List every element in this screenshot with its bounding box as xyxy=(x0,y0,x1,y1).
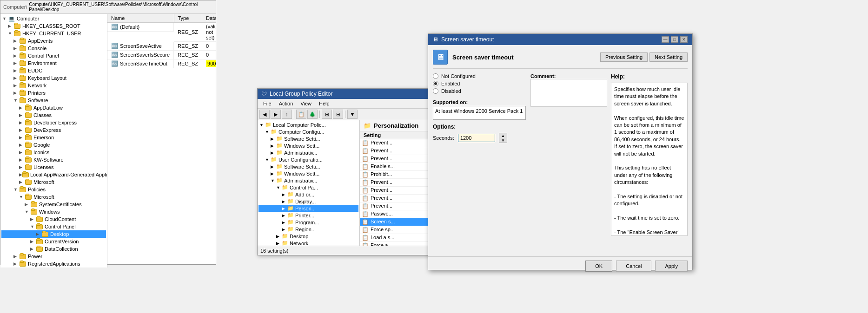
sst-close-btn[interactable]: ✕ xyxy=(680,36,688,43)
radio-circle-notconfigured[interactable] xyxy=(433,73,438,79)
gpo-tree-item[interactable]: ▶📁Person... xyxy=(258,205,358,212)
tree-label: DataCollection xyxy=(45,246,78,252)
seconds-spinner[interactable]: ▲ ▼ xyxy=(499,133,507,143)
reg-data-cell: 0 xyxy=(202,51,216,59)
tree-item[interactable]: ▶Developer Express xyxy=(1,119,106,126)
toolbar-help[interactable]: ⊟ xyxy=(333,110,343,119)
gpo-tree-item[interactable]: ▼📁User Configuratio... xyxy=(258,156,358,163)
regedit-window: Computer\ Computer\HKEY_CURRENT_USER\Sof… xyxy=(0,0,216,265)
gpo-tree-item[interactable]: ▼📁Administrativ... xyxy=(258,177,358,184)
tree-item[interactable]: ▼Control Panel xyxy=(1,223,106,230)
spin-down-btn[interactable]: ▼ xyxy=(499,138,507,143)
tree-item[interactable]: ▶Control Panel xyxy=(1,52,106,59)
gpo-tree-item[interactable]: ▶📁Display... xyxy=(258,198,358,205)
tree-item[interactable]: ▶Console xyxy=(1,45,106,52)
gpo-tree-item[interactable]: ▶📁Add or... xyxy=(258,191,358,198)
menu-view[interactable]: View xyxy=(297,100,315,107)
tree-item[interactable]: ▶Power xyxy=(1,253,106,260)
sst-maximize-btn[interactable]: □ xyxy=(671,36,678,43)
tree-item[interactable]: ▶RegisteredApplications xyxy=(1,260,106,267)
tree-item[interactable]: ▶HKEY_CLASSES_ROOT xyxy=(1,22,106,30)
tree-item[interactable]: ▶Iconics xyxy=(1,149,106,156)
radio-circle-enabled[interactable] xyxy=(433,81,438,86)
gpo-tree-item[interactable]: ▶📁Administrativ... xyxy=(258,149,358,156)
next-setting-btn[interactable]: Next Setting xyxy=(649,52,688,62)
tree-item[interactable]: ▶CurrentVersion xyxy=(1,238,106,245)
tree-item[interactable]: ▶DevExpress xyxy=(1,126,106,134)
tree-item[interactable]: ▶EUDC xyxy=(1,67,106,74)
gpo-tree-item[interactable]: ▶📁Region... xyxy=(258,226,358,233)
spin-up-btn[interactable]: ▲ xyxy=(499,133,507,138)
tree-arrow: ▶ xyxy=(13,39,19,43)
registry-value-row[interactable]: 🔤(Default)REG_SZ(value not set) xyxy=(107,23,216,42)
tree-item[interactable]: ▼Policies xyxy=(1,186,106,193)
sst-minimize-btn[interactable]: — xyxy=(662,36,669,43)
registry-value-row[interactable]: 🔤ScreenSaveTimeOutREG_SZ900 xyxy=(107,59,216,68)
tree-item[interactable]: ▶Google xyxy=(1,141,106,149)
ok-btn[interactable]: OK xyxy=(585,261,612,272)
tree-item[interactable]: ▶Environment xyxy=(1,59,106,67)
radio-not-configured[interactable]: Not Configured xyxy=(433,73,526,79)
gpo-tree-item[interactable]: ▼📁Control Pa... xyxy=(258,184,358,191)
gpo-tree-item[interactable]: ▶📁Program... xyxy=(258,219,358,226)
gpo-tree-item[interactable]: ▶📁Software Setti... xyxy=(258,163,358,170)
reg-data-cell: 0 xyxy=(202,42,216,51)
tree-item[interactable]: ▶Microsoft xyxy=(1,178,106,186)
radio-enabled[interactable]: Enabled xyxy=(433,81,526,86)
tree-item[interactable]: ▶KW-Software xyxy=(1,156,106,163)
tree-arrow: ▶ xyxy=(19,180,25,184)
toolbar-filter[interactable]: ⊞ xyxy=(322,110,332,119)
radio-circle-disabled[interactable] xyxy=(433,88,438,94)
gpo-tree-item[interactable]: ▶📁Windows Sett... xyxy=(258,142,358,149)
tree-item[interactable]: ▶CloudContent xyxy=(1,215,106,223)
tree-item[interactable]: ▶DataCollection xyxy=(1,245,106,253)
toolbar-show-hide[interactable]: 📋 xyxy=(296,110,306,119)
gpo-folder-icon: 📁 xyxy=(271,156,277,163)
tree-item[interactable]: ▶Desktop xyxy=(1,230,106,238)
toolbar-back[interactable]: ◀ xyxy=(259,110,270,119)
apply-btn[interactable]: Apply xyxy=(655,261,688,272)
toolbar-forward[interactable]: ▶ xyxy=(271,110,281,119)
reg-value-icon: 🔤 xyxy=(111,60,118,67)
sst-title-buttons[interactable]: — □ ✕ xyxy=(662,36,688,43)
tree-item[interactable]: ▶Licenses xyxy=(1,163,106,171)
comment-textarea[interactable] xyxy=(530,79,607,107)
gpo-tree-item[interactable]: ▼📁Local Computer Polic... xyxy=(258,121,358,128)
tree-item[interactable]: ▶AppDataLow xyxy=(1,104,106,111)
tree-item[interactable]: ▶Local AppWizard-Generated Applications xyxy=(1,171,106,178)
tree-item[interactable]: ▶Printers xyxy=(1,89,106,97)
gpo-tree-item[interactable]: ▶📁Software Setti... xyxy=(258,135,358,142)
radio-disabled[interactable]: Disabled xyxy=(433,88,526,94)
gpo-tree-item[interactable]: ▶📁Windows Sett... xyxy=(258,170,358,177)
tree-item[interactable]: ▼Software xyxy=(1,97,106,104)
tree-item[interactable]: ▼HKEY_CURRENT_USER xyxy=(1,30,106,37)
gpo-tree-item[interactable]: ▼📁Computer Configu... xyxy=(258,128,358,135)
registry-value-row[interactable]: 🔤ScreenSaverIsSecureREG_SZ0 xyxy=(107,51,216,59)
prev-setting-btn[interactable]: Previous Setting xyxy=(600,52,648,62)
tree-item[interactable]: ▶Keyboard Layout xyxy=(1,74,106,82)
tree-item[interactable]: ▶SystemCertificates xyxy=(1,201,106,208)
tree-item[interactable]: ▼Windows xyxy=(1,208,106,215)
tree-item[interactable]: ▶Network xyxy=(1,82,106,89)
tree-item[interactable]: ▼💻Computer xyxy=(1,15,106,22)
tree-arrow: ▶ xyxy=(13,53,19,58)
menu-file[interactable]: File xyxy=(259,100,275,107)
menu-help[interactable]: Help xyxy=(315,100,333,107)
toolbar-up[interactable]: ↑ xyxy=(282,110,292,119)
folder-icon xyxy=(25,104,32,111)
toolbar-tree[interactable]: 🌲 xyxy=(307,110,318,119)
tree-item[interactable]: ▶Classes xyxy=(1,111,106,119)
toolbar-filter2[interactable]: ▼ xyxy=(347,110,358,119)
gpo-tree-arrow: ▼ xyxy=(276,185,282,190)
menu-action[interactable]: Action xyxy=(275,100,297,107)
cancel-btn[interactable]: Cancel xyxy=(616,261,651,272)
seconds-input[interactable] xyxy=(458,134,495,142)
gpo-tree-item[interactable]: ▶📁Desktop xyxy=(258,233,358,240)
registry-value-row[interactable]: 🔤ScreenSaveActiveREG_SZ0 xyxy=(107,42,216,51)
tree-item[interactable]: ▶Emerson xyxy=(1,134,106,141)
tree-item[interactable]: ▼Microsoft xyxy=(1,193,106,201)
tree-item[interactable]: ▶AppEvents xyxy=(1,37,106,45)
tree-arrow: ▶ xyxy=(13,61,19,65)
sst-nav-buttons[interactable]: Previous Setting Next Setting xyxy=(600,52,688,62)
gpo-tree-item[interactable]: ▶📁Printer... xyxy=(258,212,358,219)
